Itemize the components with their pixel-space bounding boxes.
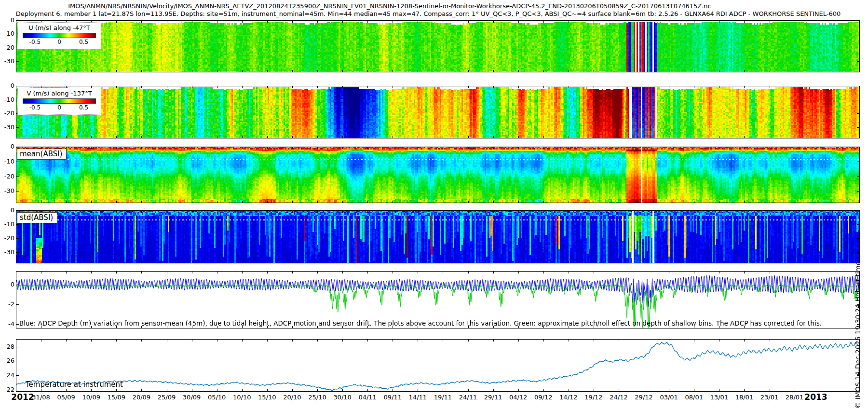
x-tick-label: 05/09 (57, 394, 75, 401)
panel-depth-variation-lines: Blue: ADCP Depth (m) variation from sens… (16, 271, 860, 328)
std-absi-heatmap-canvas (16, 210, 860, 263)
y-tick-label: -10 (0, 30, 14, 37)
x-tick-label: 09/12 (534, 394, 552, 401)
x-tick-label: 04/11 (358, 394, 376, 401)
y-tick-label: -30 (0, 124, 14, 131)
x-tick-label: 14/11 (409, 394, 427, 401)
x-tick-label: 10/09 (82, 394, 100, 401)
x-tick-label: 15/10 (258, 394, 276, 401)
x-tick-label: 25/09 (158, 394, 176, 401)
imos-copyright-watermark: © IMOS 14-Dec-2025 19:30:24 Hobart time (854, 261, 862, 409)
colorbar-legend-u: U (m/s) along -47°T -0.5 0 0.5 (17, 22, 101, 49)
colorbar-tick-label: 0.5 (79, 39, 88, 45)
u-velocity-heatmap-canvas (16, 20, 860, 72)
figure-title-filename: IMOS/ANMN/NRS/NRSNIN/Velocity/IMOS_ANMN-… (68, 2, 711, 10)
panel-std-absi-heatmap: std(ABSI) (16, 210, 860, 263)
y-tick-label: 0 (0, 207, 14, 214)
y-tick-label: -30 (0, 249, 14, 256)
y-tick-label: -30 (0, 58, 14, 65)
x-tick-label: 18/01 (735, 394, 753, 401)
mean-absi-heatmap-canvas (16, 147, 860, 203)
temperature-panel-label: Temperature at instrument (26, 380, 123, 389)
panel-v-velocity-heatmap: V (m/s) along -137°T -0.5 0 0.5 (16, 86, 860, 138)
y-tick-label: 0 (0, 281, 14, 288)
colorbar-title-u: U (m/s) along -47°T (18, 24, 101, 32)
y-tick-label: 28 (0, 343, 14, 350)
x-tick-label: 03/01 (660, 394, 678, 401)
x-tick-label: 30/09 (183, 394, 201, 401)
y-tick-label: -30 (0, 188, 14, 194)
y-tick-label: -10 (0, 158, 14, 165)
x-tick-label: 13/01 (710, 394, 728, 401)
x-tick-label: 31/08 (32, 394, 50, 401)
y-tick-label: -20 (0, 235, 14, 242)
colorbar-title-v: V (m/s) along -137°T (18, 89, 101, 97)
panel-temperature-line: Temperature at instrument (16, 339, 860, 392)
figure: IMOS/ANMN/NRS/NRSNIN/Velocity/IMOS_ANMN-… (0, 0, 868, 410)
x-axis-year-start: 2012 (11, 392, 34, 402)
y-tick-label: -20 (0, 44, 14, 51)
colorbar-tick-label: 0.5 (79, 104, 88, 111)
x-tick-label: 20/10 (283, 394, 301, 401)
y-tick-label: -20 (0, 173, 14, 180)
panel-label-std-absi: std(ABSI) (17, 212, 57, 223)
y-tick-label: 0 (0, 17, 14, 24)
x-tick-label: 28/01 (786, 394, 803, 401)
y-tick-label: 26 (0, 357, 14, 364)
x-tick-label: 09/11 (384, 394, 402, 401)
panel-label-mean-absi: mean(ABSI) (17, 149, 67, 160)
x-tick-label: 30/10 (333, 394, 351, 401)
x-tick-label: 19/12 (584, 394, 602, 401)
figure-title-deployment: Deployment 6, member 1 lat=21.87S lon=11… (16, 10, 841, 17)
y-tick-label: 22 (0, 386, 14, 393)
v-velocity-heatmap-canvas (16, 86, 860, 138)
x-tick-label: 15/09 (108, 394, 125, 401)
x-tick-label: 24/11 (459, 394, 477, 401)
y-tick-label: -20 (0, 110, 14, 117)
panel-mean-absi-heatmap: mean(ABSI) (16, 147, 860, 203)
y-tick-label: -2 (0, 301, 14, 308)
y-tick-label: 0 (0, 82, 14, 89)
colorbar-gradient-u (23, 33, 96, 38)
x-tick-label: 04/12 (509, 394, 527, 401)
y-tick-label: 24 (0, 372, 14, 379)
x-tick-label: 20/09 (133, 394, 150, 401)
colorbar-ticks-u: -0.5 0 0.5 (23, 38, 96, 46)
colorbar-tick-label: -0.5 (29, 39, 41, 45)
colorbar-legend-v: V (m/s) along -137°T -0.5 0 0.5 (17, 88, 101, 115)
x-tick-label: 29/11 (484, 394, 502, 401)
x-tick-label: 10/10 (233, 394, 251, 401)
temperature-line-canvas (16, 339, 860, 392)
y-tick-label: -10 (0, 221, 14, 228)
x-tick-label: 05/10 (208, 394, 226, 401)
x-tick-label: 29/12 (635, 394, 652, 401)
colorbar-tick-label: 0 (57, 39, 61, 45)
x-tick-label: 08/01 (685, 394, 703, 401)
y-tick-label: 0 (0, 143, 14, 150)
panel-u-velocity-heatmap: U (m/s) along -47°T -0.5 0 0.5 (16, 20, 860, 72)
x-tick-label: 19/11 (434, 394, 452, 401)
x-tick-label: 24/12 (610, 394, 627, 401)
x-axis-year-end: 2013 (804, 392, 827, 402)
colorbar-gradient-v (23, 98, 96, 104)
y-tick-label: -10 (0, 96, 14, 103)
x-tick-label: 23/01 (760, 394, 778, 401)
colorbar-tick-label: 0 (57, 104, 61, 111)
x-tick-label: 25/10 (308, 394, 326, 401)
colorbar-tick-label: -0.5 (29, 104, 41, 111)
colorbar-ticks-v: -0.5 0 0.5 (23, 104, 96, 111)
y-tick-label: -4 (0, 321, 14, 328)
depth-variation-annotation: Blue: ADCP Depth (m) variation from sens… (19, 319, 822, 327)
x-tick-label: 14/12 (559, 394, 577, 401)
